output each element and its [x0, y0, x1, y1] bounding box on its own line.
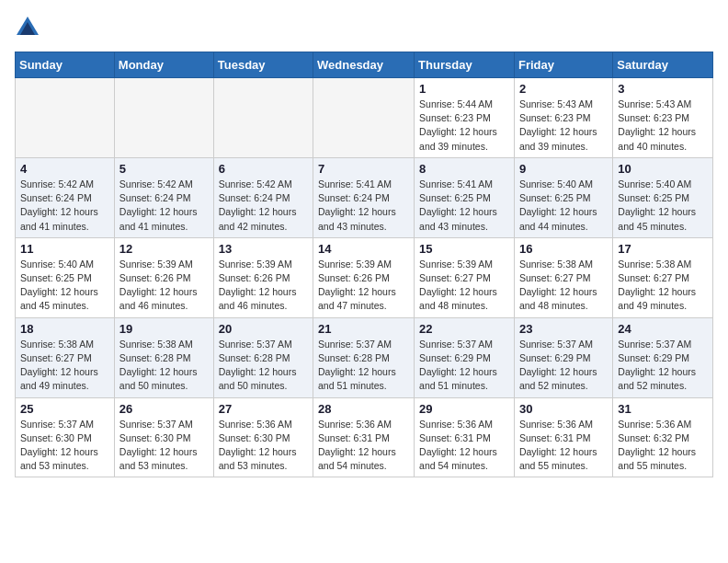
day-number: 19 [119, 322, 209, 336]
day-detail: Sunrise: 5:37 AM Sunset: 6:28 PM Dayligh… [318, 338, 409, 394]
calendar-cell: 26Sunrise: 5:37 AM Sunset: 6:30 PM Dayli… [114, 397, 213, 477]
day-number: 14 [318, 242, 409, 256]
day-number: 13 [219, 242, 308, 256]
calendar-cell: 5Sunrise: 5:42 AM Sunset: 6:24 PM Daylig… [114, 157, 213, 237]
calendar-cell: 9Sunrise: 5:40 AM Sunset: 6:25 PM Daylig… [514, 157, 612, 237]
day-number: 26 [119, 402, 209, 416]
calendar-cell: 15Sunrise: 5:39 AM Sunset: 6:27 PM Dayli… [415, 237, 515, 317]
day-detail: Sunrise: 5:42 AM Sunset: 6:24 PM Dayligh… [219, 178, 308, 234]
day-detail: Sunrise: 5:41 AM Sunset: 6:25 PM Dayligh… [419, 178, 509, 234]
day-detail: Sunrise: 5:37 AM Sunset: 6:29 PM Dayligh… [618, 338, 708, 394]
day-detail: Sunrise: 5:39 AM Sunset: 6:26 PM Dayligh… [119, 258, 209, 314]
calendar-week-row: 25Sunrise: 5:37 AM Sunset: 6:30 PM Dayli… [16, 397, 713, 477]
calendar-cell: 16Sunrise: 5:38 AM Sunset: 6:27 PM Dayli… [514, 237, 612, 317]
day-detail: Sunrise: 5:37 AM Sunset: 6:30 PM Dayligh… [20, 418, 109, 474]
calendar-cell: 3Sunrise: 5:43 AM Sunset: 6:23 PM Daylig… [613, 78, 713, 158]
day-number: 10 [618, 162, 708, 176]
calendar-cell: 8Sunrise: 5:41 AM Sunset: 6:25 PM Daylig… [415, 157, 515, 237]
day-detail: Sunrise: 5:37 AM Sunset: 6:29 PM Dayligh… [419, 338, 509, 394]
day-number: 25 [20, 402, 109, 416]
logo-icon [15, 15, 40, 40]
calendar-cell: 10Sunrise: 5:40 AM Sunset: 6:25 PM Dayli… [613, 157, 713, 237]
day-number: 2 [519, 82, 608, 96]
calendar-cell: 27Sunrise: 5:36 AM Sunset: 6:30 PM Dayli… [213, 397, 313, 477]
day-number: 4 [20, 162, 109, 176]
calendar-week-row: 18Sunrise: 5:38 AM Sunset: 6:27 PM Dayli… [16, 317, 713, 397]
calendar-cell: 24Sunrise: 5:37 AM Sunset: 6:29 PM Dayli… [613, 317, 713, 397]
calendar-cell: 22Sunrise: 5:37 AM Sunset: 6:29 PM Dayli… [415, 317, 515, 397]
day-number: 23 [519, 322, 608, 336]
day-number: 9 [519, 162, 608, 176]
day-number: 24 [618, 322, 708, 336]
calendar-cell [313, 78, 415, 158]
calendar-cell: 18Sunrise: 5:38 AM Sunset: 6:27 PM Dayli… [16, 317, 115, 397]
calendar-week-row: 11Sunrise: 5:40 AM Sunset: 6:25 PM Dayli… [16, 237, 713, 317]
day-detail: Sunrise: 5:40 AM Sunset: 6:25 PM Dayligh… [618, 178, 708, 234]
day-number: 22 [419, 322, 509, 336]
day-number: 20 [219, 322, 308, 336]
page-header [15, 15, 713, 40]
day-detail: Sunrise: 5:39 AM Sunset: 6:26 PM Dayligh… [318, 258, 409, 314]
calendar-cell: 17Sunrise: 5:38 AM Sunset: 6:27 PM Dayli… [613, 237, 713, 317]
day-number: 31 [618, 402, 708, 416]
weekday-header: Monday [114, 52, 213, 78]
day-number: 6 [219, 162, 308, 176]
day-number: 7 [318, 162, 409, 176]
day-number: 3 [618, 82, 708, 96]
calendar-week-row: 1Sunrise: 5:44 AM Sunset: 6:23 PM Daylig… [16, 78, 713, 158]
calendar-cell: 14Sunrise: 5:39 AM Sunset: 6:26 PM Dayli… [313, 237, 415, 317]
day-detail: Sunrise: 5:37 AM Sunset: 6:29 PM Dayligh… [519, 338, 608, 394]
weekday-header: Tuesday [213, 52, 313, 78]
calendar-cell: 28Sunrise: 5:36 AM Sunset: 6:31 PM Dayli… [313, 397, 415, 477]
calendar-table: SundayMondayTuesdayWednesdayThursdayFrid… [15, 52, 713, 477]
calendar-cell [213, 78, 313, 158]
day-detail: Sunrise: 5:43 AM Sunset: 6:23 PM Dayligh… [519, 98, 608, 154]
day-detail: Sunrise: 5:42 AM Sunset: 6:24 PM Dayligh… [20, 178, 109, 234]
logo [15, 15, 44, 40]
day-detail: Sunrise: 5:36 AM Sunset: 6:31 PM Dayligh… [318, 418, 409, 474]
day-detail: Sunrise: 5:36 AM Sunset: 6:32 PM Dayligh… [618, 418, 708, 474]
day-detail: Sunrise: 5:36 AM Sunset: 6:31 PM Dayligh… [519, 418, 608, 474]
calendar-cell: 13Sunrise: 5:39 AM Sunset: 6:26 PM Dayli… [213, 237, 313, 317]
calendar-cell: 19Sunrise: 5:38 AM Sunset: 6:28 PM Dayli… [114, 317, 213, 397]
calendar-cell: 21Sunrise: 5:37 AM Sunset: 6:28 PM Dayli… [313, 317, 415, 397]
calendar-cell: 7Sunrise: 5:41 AM Sunset: 6:24 PM Daylig… [313, 157, 415, 237]
day-detail: Sunrise: 5:40 AM Sunset: 6:25 PM Dayligh… [20, 258, 109, 314]
calendar-cell: 23Sunrise: 5:37 AM Sunset: 6:29 PM Dayli… [514, 317, 612, 397]
calendar-cell: 29Sunrise: 5:36 AM Sunset: 6:31 PM Dayli… [415, 397, 515, 477]
calendar-cell: 4Sunrise: 5:42 AM Sunset: 6:24 PM Daylig… [16, 157, 115, 237]
day-number: 5 [119, 162, 209, 176]
weekday-header: Saturday [613, 52, 713, 78]
day-detail: Sunrise: 5:38 AM Sunset: 6:27 PM Dayligh… [20, 338, 109, 394]
calendar-cell: 31Sunrise: 5:36 AM Sunset: 6:32 PM Dayli… [613, 397, 713, 477]
day-number: 8 [419, 162, 509, 176]
calendar-cell: 20Sunrise: 5:37 AM Sunset: 6:28 PM Dayli… [213, 317, 313, 397]
day-number: 15 [419, 242, 509, 256]
day-detail: Sunrise: 5:44 AM Sunset: 6:23 PM Dayligh… [419, 98, 509, 154]
calendar-cell: 30Sunrise: 5:36 AM Sunset: 6:31 PM Dayli… [514, 397, 612, 477]
day-number: 28 [318, 402, 409, 416]
day-number: 18 [20, 322, 109, 336]
day-detail: Sunrise: 5:42 AM Sunset: 6:24 PM Dayligh… [119, 178, 209, 234]
day-detail: Sunrise: 5:43 AM Sunset: 6:23 PM Dayligh… [618, 98, 708, 154]
day-detail: Sunrise: 5:38 AM Sunset: 6:28 PM Dayligh… [119, 338, 209, 394]
day-detail: Sunrise: 5:39 AM Sunset: 6:27 PM Dayligh… [419, 258, 509, 314]
calendar-cell: 1Sunrise: 5:44 AM Sunset: 6:23 PM Daylig… [415, 78, 515, 158]
weekday-header-row: SundayMondayTuesdayWednesdayThursdayFrid… [16, 52, 713, 78]
weekday-header: Sunday [16, 52, 115, 78]
calendar-cell [16, 78, 115, 158]
calendar-cell: 11Sunrise: 5:40 AM Sunset: 6:25 PM Dayli… [16, 237, 115, 317]
day-number: 1 [419, 82, 509, 96]
day-detail: Sunrise: 5:38 AM Sunset: 6:27 PM Dayligh… [618, 258, 708, 314]
day-number: 29 [419, 402, 509, 416]
calendar-cell: 25Sunrise: 5:37 AM Sunset: 6:30 PM Dayli… [16, 397, 115, 477]
calendar-cell: 6Sunrise: 5:42 AM Sunset: 6:24 PM Daylig… [213, 157, 313, 237]
day-detail: Sunrise: 5:36 AM Sunset: 6:30 PM Dayligh… [219, 418, 308, 474]
day-number: 12 [119, 242, 209, 256]
day-detail: Sunrise: 5:37 AM Sunset: 6:28 PM Dayligh… [219, 338, 308, 394]
day-detail: Sunrise: 5:36 AM Sunset: 6:31 PM Dayligh… [419, 418, 509, 474]
calendar-week-row: 4Sunrise: 5:42 AM Sunset: 6:24 PM Daylig… [16, 157, 713, 237]
day-detail: Sunrise: 5:41 AM Sunset: 6:24 PM Dayligh… [318, 178, 409, 234]
day-number: 30 [519, 402, 608, 416]
calendar-cell: 2Sunrise: 5:43 AM Sunset: 6:23 PM Daylig… [514, 78, 612, 158]
